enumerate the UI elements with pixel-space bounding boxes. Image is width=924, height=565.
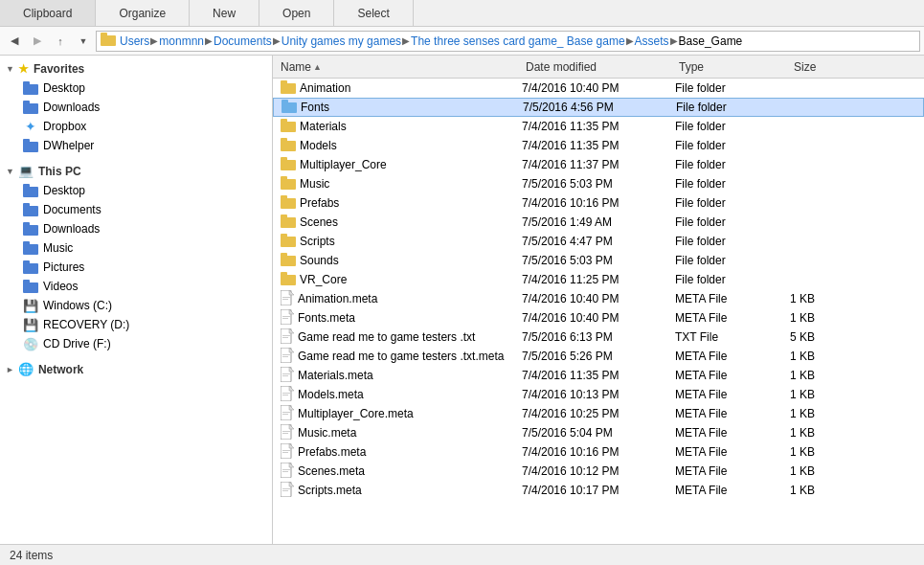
sidebar-item-recovery-d[interactable]: 💾 RECOVERY (D:)	[0, 315, 272, 334]
file-name-text: Models	[300, 139, 337, 152]
col-header-size[interactable]: Size	[790, 60, 924, 74]
recent-button[interactable]: ▼	[73, 31, 94, 52]
svg-rect-77	[282, 452, 288, 453]
table-row[interactable]: VR_Core 7/4/2016 11:25 PM File folder	[273, 270, 924, 289]
toolbar-select[interactable]: Select	[334, 0, 413, 26]
svg-marker-59	[289, 367, 294, 372]
content-area: Name ▲ Date modified Type Size Animation…	[273, 56, 924, 544]
file-date-cell: 7/5/2016 4:56 PM	[523, 101, 676, 114]
table-row[interactable]: Scenes 7/5/2016 1:49 AM File folder	[273, 213, 924, 232]
file-name-text: Prefabs.meta	[298, 445, 366, 459]
svg-rect-11	[23, 203, 30, 208]
table-row[interactable]: Prefabs.meta 7/4/2016 10:16 PM META File…	[273, 442, 924, 462]
table-row[interactable]: Fonts.meta 7/4/2016 10:40 PM META File 1…	[273, 308, 924, 328]
breadcrumb-users[interactable]: Users	[120, 34, 149, 48]
breadcrumb-assets[interactable]: Assets	[635, 34, 669, 48]
sidebar-item-downloads-fav[interactable]: Downloads	[0, 98, 272, 117]
table-row[interactable]: Game read me to game testers .txt 7/5/20…	[273, 328, 924, 347]
table-row[interactable]: Sounds 7/5/2016 5:03 PM File folder	[273, 251, 924, 270]
svg-rect-48	[282, 316, 290, 317]
thispc-icon: 💻	[18, 164, 34, 178]
sidebar-item-pictures-pc[interactable]: Pictures	[0, 258, 272, 277]
toolbar-clipboard[interactable]: Clipboard	[0, 0, 96, 26]
toolbar-organize[interactable]: Organize	[96, 0, 190, 26]
file-name-cell: Models	[273, 138, 522, 154]
table-row[interactable]: Animation 7/4/2016 10:40 PM File folder	[273, 79, 924, 98]
file-name-text: Scenes	[300, 215, 338, 229]
up-button[interactable]: ↑	[50, 31, 71, 52]
file-type-cell: File folder	[675, 235, 790, 248]
file-name-text: Music.meta	[298, 426, 356, 440]
downloads-pc-label: Downloads	[43, 222, 100, 236]
table-row[interactable]: Music.meta 7/5/2016 5:04 PM META File 1 …	[273, 423, 924, 442]
table-row[interactable]: Scripts 7/5/2016 4:47 PM File folder	[273, 232, 924, 251]
sidebar-item-downloads-pc[interactable]: Downloads	[0, 219, 272, 238]
svg-rect-39	[281, 253, 287, 258]
videos-pc-label: Videos	[43, 280, 78, 293]
folder-icon	[281, 138, 296, 151]
file-name-text: Game read me to game testers .txt	[298, 330, 475, 344]
table-row[interactable]: Animation.meta 7/4/2016 10:40 PM META Fi…	[273, 289, 924, 308]
file-size-cell: 1 KB	[790, 445, 924, 459]
breadcrumb-documents[interactable]: Documents	[214, 34, 272, 48]
svg-marker-63	[289, 386, 294, 391]
sidebar-item-videos-pc[interactable]: Videos	[0, 277, 272, 296]
file-size-cell: 1 KB	[790, 484, 924, 497]
sidebar-item-desktop-fav[interactable]: Desktop	[0, 79, 272, 98]
file-list: Animation 7/4/2016 10:40 PM File folder …	[273, 79, 924, 544]
svg-rect-33	[281, 195, 287, 200]
toolbar-new[interactable]: New	[190, 0, 259, 26]
sidebar-item-desktop-pc[interactable]: Desktop	[0, 181, 272, 200]
svg-rect-44	[282, 297, 290, 298]
breadcrumb-monmnn[interactable]: monmnn	[159, 34, 204, 48]
forward-button[interactable]: ▶	[27, 31, 48, 52]
svg-rect-13	[23, 222, 30, 227]
table-row[interactable]: Multiplayer_Core.meta 7/4/2016 10:25 PM …	[273, 404, 924, 423]
sidebar-item-cd-drive-f[interactable]: 💿 CD Drive (F:)	[0, 334, 272, 353]
sidebar-favorites-header[interactable]: ▼ ★ Favorites	[0, 59, 272, 79]
music-pc-label: Music	[43, 241, 73, 255]
table-row[interactable]: Models 7/4/2016 11:35 PM File folder	[273, 136, 924, 155]
file-date-cell: 7/4/2016 10:40 PM	[522, 292, 675, 305]
sidebar-item-windows-c[interactable]: 💾 Windows (C:)	[0, 296, 272, 315]
table-row[interactable]: Prefabs 7/4/2016 10:16 PM File folder	[273, 193, 924, 213]
table-row[interactable]: Fonts 7/5/2016 4:56 PM File folder	[273, 98, 924, 117]
sidebar-item-dropbox[interactable]: ✦ Dropbox	[0, 117, 272, 136]
table-row[interactable]: Materials 7/4/2016 11:35 PM File folder	[273, 117, 924, 136]
breadcrumb-base-game[interactable]: Base_Game	[679, 34, 743, 48]
table-row[interactable]: Models.meta 7/4/2016 10:13 PM META File …	[273, 385, 924, 404]
table-row[interactable]: Game read me to game testers .txt.meta 7…	[273, 347, 924, 366]
svg-rect-57	[282, 356, 288, 357]
sidebar-item-documents-pc[interactable]: Documents	[0, 200, 272, 219]
breadcrumb-unity[interactable]: Unity games my games	[282, 34, 401, 48]
file-icon-wrap	[281, 253, 296, 269]
sidebar-network-header[interactable]: ► 🌐 Network	[0, 359, 272, 379]
col-header-name[interactable]: Name ▲	[273, 60, 522, 74]
folder-icon	[281, 195, 296, 209]
sidebar-thispc-header[interactable]: ▼ 💻 This PC	[0, 161, 272, 181]
svg-rect-60	[282, 373, 290, 374]
table-row[interactable]: Multiplayer_Core 7/4/2016 11:37 PM File …	[273, 155, 924, 174]
file-type-cell: META File	[675, 350, 790, 363]
breadcrumb-path[interactable]: Users ▶ monmnn ▶ Documents ▶ Unity games…	[96, 31, 920, 52]
file-type-cell: File folder	[675, 177, 790, 191]
table-row[interactable]: Materials.meta 7/4/2016 11:35 PM META Fi…	[273, 366, 924, 385]
file-type-cell: File folder	[675, 273, 790, 286]
breadcrumb-game[interactable]: The three senses card game_ Base game	[411, 34, 624, 48]
file-icon-wrap	[281, 290, 294, 308]
sidebar-item-music-pc[interactable]: Music	[0, 238, 272, 258]
file-name-cell: Scenes.meta	[273, 463, 522, 481]
back-button[interactable]: ◀	[4, 31, 25, 52]
table-row[interactable]: Scripts.meta 7/4/2016 10:17 PM META File…	[273, 481, 924, 500]
svg-marker-47	[289, 309, 294, 314]
file-date-cell: 7/4/2016 10:16 PM	[522, 196, 675, 210]
favorites-label: Favorites	[34, 62, 84, 76]
file-name-text: Materials.meta	[298, 369, 373, 382]
toolbar-open[interactable]: Open	[259, 0, 334, 26]
table-row[interactable]: Music 7/5/2016 5:03 PM File folder	[273, 174, 924, 193]
sidebar-item-dwhelper[interactable]: DWhelper	[0, 136, 272, 155]
svg-rect-35	[281, 215, 287, 219]
col-header-date[interactable]: Date modified	[522, 60, 675, 74]
table-row[interactable]: Scenes.meta 7/4/2016 10:12 PM META File …	[273, 462, 924, 481]
col-header-type[interactable]: Type	[675, 60, 790, 74]
